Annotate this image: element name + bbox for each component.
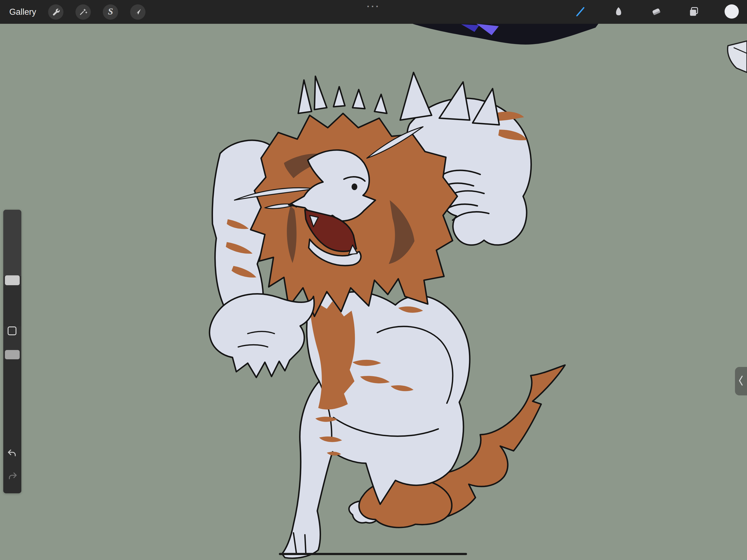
brush-size-slider[interactable] — [3, 210, 21, 276]
selection-icon: S — [108, 7, 113, 16]
color-button[interactable] — [724, 4, 739, 20]
top-toolbar: Gallery S — [0, 0, 747, 24]
sidebar-expand-tab[interactable] — [735, 367, 747, 396]
top-edge-doodle — [413, 24, 598, 45]
brush-size-handle[interactable] — [5, 275, 20, 285]
home-indicator[interactable] — [279, 553, 467, 555]
undo-button[interactable] — [6, 447, 19, 460]
smudge-button[interactable] — [611, 4, 626, 20]
brush-sidebar — [3, 210, 21, 493]
brush-size-track-lower[interactable] — [3, 286, 21, 327]
procreate-screen: Gallery S — [0, 0, 747, 560]
redo-icon — [7, 470, 18, 483]
wrench-icon — [51, 7, 60, 17]
toolbar-right-group — [573, 0, 747, 24]
brush-button[interactable] — [573, 4, 588, 20]
smudge-icon — [613, 6, 624, 18]
actions-button[interactable] — [48, 4, 63, 20]
layers-button[interactable] — [686, 4, 702, 20]
transform-arrow-icon — [133, 7, 143, 17]
creature-claw-hand — [209, 294, 314, 378]
layers-icon — [688, 6, 700, 18]
creature-eye — [352, 183, 357, 190]
gallery-button[interactable]: Gallery — [9, 7, 36, 17]
chevron-left-icon — [738, 373, 745, 389]
eraser-button[interactable] — [649, 4, 664, 20]
right-edge-doodle — [728, 41, 747, 73]
canvas-options-button[interactable]: ··· — [367, 2, 380, 11]
canvas-artwork[interactable] — [0, 24, 747, 560]
color-swatch — [724, 4, 739, 20]
brush-icon — [575, 5, 587, 19]
magic-wand-icon — [78, 7, 88, 17]
toolbar-left-group: Gallery S — [0, 0, 146, 24]
eraser-icon — [650, 6, 662, 18]
modify-button[interactable] — [8, 327, 17, 335]
creature-drawing — [209, 73, 565, 558]
transform-button[interactable] — [130, 4, 146, 20]
selection-button[interactable]: S — [103, 4, 118, 20]
opacity-handle[interactable] — [5, 350, 20, 359]
undo-icon — [7, 448, 18, 460]
redo-button[interactable] — [6, 470, 19, 483]
adjustments-button[interactable] — [75, 4, 91, 20]
